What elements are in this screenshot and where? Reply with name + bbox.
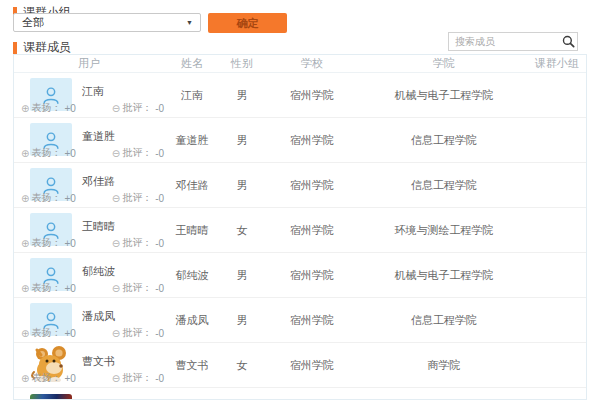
praise-label: 表扬：: [31, 146, 61, 160]
criticism-label: 批评：: [122, 236, 152, 250]
criticism-label: 批评：: [122, 326, 152, 340]
praise-value: +0: [64, 283, 75, 294]
table-row-partial: [14, 388, 586, 400]
criticism-value: -0: [155, 103, 164, 114]
gender-cell: 男: [220, 118, 264, 162]
criticism-value: -0: [155, 148, 164, 159]
user-cell: 邓佳路 ⊕ 表扬： +0 ⊖ 批评： -0: [14, 163, 164, 207]
school-cell: 宿州学院: [264, 208, 360, 252]
table-row: 王晴晴 ⊕ 表扬： +0 ⊖ 批评： -0 王晴晴 女 宿州学院 环境与测绘工程…: [14, 208, 586, 253]
praise-label: 表扬：: [31, 371, 61, 385]
user-nickname[interactable]: 潘成凤: [82, 309, 115, 324]
header-name: 姓名: [164, 56, 220, 71]
criticism-label: 批评：: [122, 371, 152, 385]
user-cell: 潘成凤 ⊕ 表扬： +0 ⊖ 批评： -0: [14, 298, 164, 342]
school-cell: 宿州学院: [264, 73, 360, 117]
criticism-icon: ⊖: [112, 283, 120, 294]
praise-icon: ⊕: [21, 193, 29, 204]
praise-icon: ⊕: [21, 328, 29, 339]
group-cell: [528, 253, 586, 297]
group-select[interactable]: 全部 ▼: [13, 13, 201, 32]
chevron-down-icon: ▼: [186, 19, 200, 26]
praise-label: 表扬：: [31, 101, 61, 115]
user-cell: 郁纯波 ⊕ 表扬： +0 ⊖ 批评： -0: [14, 253, 164, 297]
header-user: 用户: [14, 56, 164, 71]
group-cell: [528, 163, 586, 207]
gender-cell: 男: [220, 73, 264, 117]
user-stats: ⊕ 表扬： +0 ⊖ 批评： -0: [21, 371, 164, 385]
college-cell: 机械与电子工程学院: [360, 73, 528, 117]
gender-cell: 男: [220, 253, 264, 297]
header-group: 课群小组: [528, 56, 586, 71]
group-cell: [528, 343, 586, 387]
college-cell: 信息工程学院: [360, 298, 528, 342]
name-cell: 郁纯波: [164, 253, 220, 297]
praise-icon: ⊕: [21, 103, 29, 114]
name-cell: 王晴晴: [164, 208, 220, 252]
name-cell: 江南: [164, 73, 220, 117]
user-cell: 童道胜 ⊕ 表扬： +0 ⊖ 批评： -0: [14, 118, 164, 162]
user-avatar-image[interactable]: [30, 394, 72, 400]
school-cell: 宿州学院: [264, 253, 360, 297]
praise-value: +0: [64, 103, 75, 114]
user-cell: 江南 ⊕ 表扬： +0 ⊖ 批评： -0: [14, 73, 164, 117]
college-cell: 环境与测绘工程学院: [360, 208, 528, 252]
user-nickname[interactable]: 郁纯波: [82, 264, 115, 279]
praise-value: +0: [64, 328, 75, 339]
user-stats: ⊕ 表扬： +0 ⊖ 批评： -0: [21, 146, 164, 160]
table-header-row: 用户 姓名 性别 学校 学院 课群小组: [14, 55, 586, 73]
criticism-icon: ⊖: [112, 103, 120, 114]
header-school: 学校: [264, 56, 360, 71]
name-cell: 曹文书: [164, 343, 220, 387]
user-stats: ⊕ 表扬： +0 ⊖ 批评： -0: [21, 281, 164, 295]
praise-label: 表扬：: [31, 236, 61, 250]
gender-cell: 男: [220, 163, 264, 207]
praise-value: +0: [64, 373, 75, 384]
criticism-label: 批评：: [122, 146, 152, 160]
praise-value: +0: [64, 148, 75, 159]
user-nickname[interactable]: 童道胜: [82, 129, 115, 144]
college-cell: 机械与电子工程学院: [360, 253, 528, 297]
search-icon[interactable]: [559, 35, 577, 48]
praise-label: 表扬：: [31, 191, 61, 205]
user-stats: ⊕ 表扬： +0 ⊖ 批评： -0: [21, 101, 164, 115]
user-stats: ⊕ 表扬： +0 ⊖ 批评： -0: [21, 236, 164, 250]
user-nickname[interactable]: 邓佳路: [82, 174, 115, 189]
table-row: 曹文书 ⊕ 表扬： +0 ⊖ 批评： -0 曹文书 女 宿州学院 商学院: [14, 343, 586, 388]
members-table: 用户 姓名 性别 学校 学院 课群小组 江南 ⊕ 表扬： +0 ⊖ 批评： -0: [13, 54, 587, 400]
criticism-icon: ⊖: [112, 238, 120, 249]
user-nickname[interactable]: 曹文书: [82, 354, 115, 369]
criticism-icon: ⊖: [112, 193, 120, 204]
praise-icon: ⊕: [21, 283, 29, 294]
group-cell: [528, 73, 586, 117]
criticism-icon: ⊖: [112, 148, 120, 159]
school-cell: 宿州学院: [264, 163, 360, 207]
criticism-label: 批评：: [122, 281, 152, 295]
school-cell: 宿州学院: [264, 343, 360, 387]
gender-cell: 女: [220, 208, 264, 252]
name-cell: 邓佳路: [164, 163, 220, 207]
header-college: 学院: [360, 56, 528, 71]
user-nickname[interactable]: 江南: [82, 84, 104, 99]
college-cell: 信息工程学院: [360, 163, 528, 207]
praise-icon: ⊕: [21, 238, 29, 249]
search-input[interactable]: [449, 36, 559, 47]
group-cell: [528, 298, 586, 342]
user-cell: 王晴晴 ⊕ 表扬： +0 ⊖ 批评： -0: [14, 208, 164, 252]
praise-icon: ⊕: [21, 148, 29, 159]
name-cell: 童道胜: [164, 118, 220, 162]
school-cell: 宿州学院: [264, 118, 360, 162]
table-row: 潘成凤 ⊕ 表扬： +0 ⊖ 批评： -0 潘成凤 男 宿州学院 信息工程学院: [14, 298, 586, 343]
member-search: [448, 32, 578, 51]
table-row: 江南 ⊕ 表扬： +0 ⊖ 批评： -0 江南 男 宿州学院 机械与电子工程学院: [14, 73, 586, 118]
praise-label: 表扬：: [31, 326, 61, 340]
criticism-value: -0: [155, 238, 164, 249]
criticism-value: -0: [155, 283, 164, 294]
user-stats: ⊕ 表扬： +0 ⊖ 批评： -0: [21, 326, 164, 340]
user-cell: 曹文书 ⊕ 表扬： +0 ⊖ 批评： -0: [14, 343, 164, 387]
group-cell: [528, 208, 586, 252]
praise-icon: ⊕: [21, 373, 29, 384]
confirm-button[interactable]: 确定: [208, 13, 287, 33]
gender-cell: 女: [220, 343, 264, 387]
user-nickname[interactable]: 王晴晴: [82, 219, 115, 234]
